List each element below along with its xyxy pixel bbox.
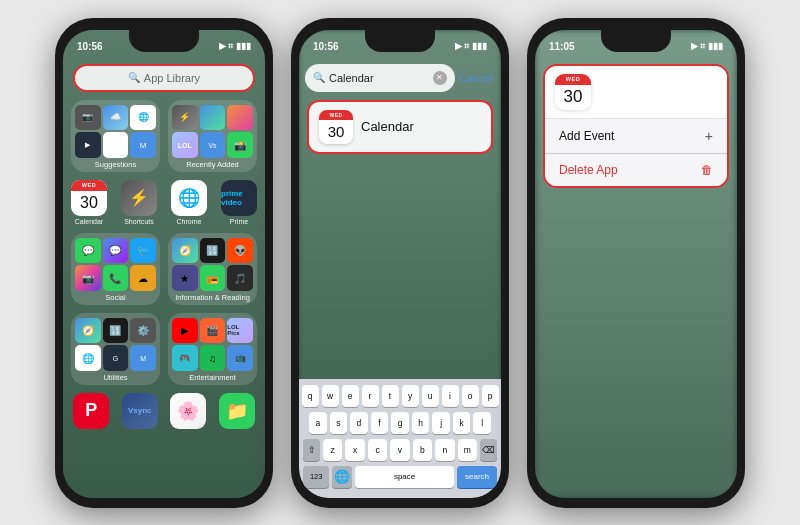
key-j[interactable]: j [432, 412, 450, 434]
key-shift[interactable]: ⇧ [303, 439, 320, 461]
phone-2: 10:56 ▶ ⌗ ▮▮▮ 🔍 Calendar ✕ Cancel WED 30 [291, 18, 509, 508]
status-time-2: 10:56 [313, 41, 339, 52]
cal-result-num: 30 [319, 120, 353, 144]
kb-row-3: ⇧ z x c v b n m ⌫ [303, 439, 497, 461]
folder-2-label: Recently Added [186, 160, 239, 169]
folder-1-label: Suggestions [95, 160, 136, 169]
folder-4-label: Information & Reading [175, 293, 250, 302]
folder-5-label: Utilities [103, 373, 127, 382]
cal-result-item[interactable]: WED 30 Calendar [307, 100, 493, 154]
key-s[interactable]: s [330, 412, 348, 434]
key-backspace[interactable]: ⌫ [480, 439, 497, 461]
key-y[interactable]: y [402, 385, 419, 407]
cal-day-1: WED [71, 180, 107, 191]
info-folder[interactable]: 🧭 🔢 👽 ★ 📻 🎵 Information & Reading [168, 233, 257, 305]
key-h[interactable]: h [412, 412, 430, 434]
recently-added-folder[interactable]: ⚡ LOL Vs 📸 Recently Added [168, 100, 257, 172]
calendar-app-icon[interactable]: WED 30 Calendar [71, 180, 107, 225]
app-row-cal: WED 30 Calendar ⚡ Shortcuts 🌐 Chrome pri… [71, 180, 257, 225]
phone-1: 10:56 ▶ ⌗ ▮▮▮ 🔍 App Library 📷 ☁️ 🌐 ▶ [55, 18, 273, 508]
social-folder[interactable]: 💬 💬 🐦 📷 📞 ☁ Social [71, 233, 160, 305]
prime-app-icon[interactable]: prime video Prime [221, 180, 257, 225]
bottom-app-row: P Vsync 🌸 📁 [71, 393, 257, 431]
kb-row-2: a s d f g h j k l [303, 412, 497, 434]
notch-3 [601, 30, 671, 52]
folder-row-2: 💬 💬 🐦 📷 📞 ☁ Social 🧭 🔢 👽 ★ [71, 233, 257, 305]
delete-app-label: Delete App [559, 163, 618, 177]
key-search[interactable]: search [457, 466, 497, 488]
context-menu: WED 30 Add Event + Delete App 🗑 [543, 64, 729, 188]
key-q[interactable]: q [302, 385, 319, 407]
add-event-item[interactable]: Add Event + [545, 119, 727, 154]
folder-6-label: Entertainment [189, 373, 236, 382]
key-f[interactable]: f [371, 412, 389, 434]
key-t[interactable]: t [382, 385, 399, 407]
status-icons-1: ▶ ⌗ ▮▮▮ [219, 41, 251, 52]
kb-bottom-row: 123 🌐 space search [303, 466, 497, 488]
context-menu-items: Add Event + Delete App 🗑 [545, 119, 727, 186]
vsync-app-icon[interactable]: Vsync [120, 393, 161, 431]
phone-1-screen: 10:56 ▶ ⌗ ▮▮▮ 🔍 App Library 📷 ☁️ 🌐 ▶ [63, 30, 265, 498]
folder-row-1: 📷 ☁️ 🌐 ▶ M Suggestions ⚡ LOL [71, 100, 257, 172]
folder-row-3: 🧭 🔢 ⚙️ 🌐 G M Utilities ▶ 🎬 LOL Pics 🎮 [71, 313, 257, 385]
utilities-folder[interactable]: 🧭 🔢 ⚙️ 🌐 G M Utilities [71, 313, 160, 385]
suggestions-folder[interactable]: 📷 ☁️ 🌐 ▶ M Suggestions [71, 100, 160, 172]
shortcuts-app-icon[interactable]: ⚡ Shortcuts [121, 180, 157, 225]
phone-2-screen: 10:56 ▶ ⌗ ▮▮▮ 🔍 Calendar ✕ Cancel WED 30 [299, 30, 501, 498]
cal-result-icon: WED 30 [319, 110, 353, 144]
key-b[interactable]: b [413, 439, 432, 461]
pinterest-app-icon[interactable]: P [71, 393, 112, 431]
status-icons-2: ▶ ⌗ ▮▮▮ [455, 41, 487, 52]
key-l[interactable]: l [473, 412, 491, 434]
search-bar-1[interactable]: 🔍 App Library [73, 64, 255, 92]
photos-app-icon[interactable]: 🌸 [168, 393, 209, 431]
chrome-app-icon[interactable]: 🌐 Chrome [171, 180, 207, 225]
cancel-button-2[interactable]: Cancel [459, 72, 495, 84]
key-a[interactable]: a [309, 412, 327, 434]
cal-result-name: Calendar [361, 119, 414, 134]
key-c[interactable]: c [368, 439, 387, 461]
entertainment-folder[interactable]: ▶ 🎬 LOL Pics 🎮 ♫ 📺 Entertainment [168, 313, 257, 385]
key-space[interactable]: space [355, 466, 454, 488]
key-z[interactable]: z [323, 439, 342, 461]
key-o[interactable]: o [462, 385, 479, 407]
context-menu-header: WED 30 [545, 66, 727, 119]
key-v[interactable]: v [390, 439, 409, 461]
ctx-cal-num: 30 [555, 85, 591, 110]
search-bar-wrapper-2[interactable]: 🔍 Calendar ✕ Cancel [305, 64, 495, 92]
app-grid-1: 📷 ☁️ 🌐 ▶ M Suggestions ⚡ LOL [71, 100, 257, 448]
extra-app-icon[interactable]: 📁 [217, 393, 258, 431]
ctx-cal-day: WED [555, 74, 591, 85]
phone-3: 11:05 ▶ ⌗ ▮▮▮ WED 30 Add Event + Delete … [527, 18, 745, 508]
key-w[interactable]: w [322, 385, 339, 407]
ctx-cal-icon: WED 30 [555, 74, 591, 110]
folder-3-label: Social [105, 293, 125, 302]
status-icons-3: ▶ ⌗ ▮▮▮ [691, 41, 723, 52]
key-numbers[interactable]: 123 [303, 466, 329, 488]
key-emoji[interactable]: 🌐 [332, 466, 352, 488]
key-r[interactable]: r [362, 385, 379, 407]
search-bar-2[interactable]: 🔍 Calendar ✕ [305, 64, 455, 92]
cal-num-1: 30 [71, 191, 107, 216]
key-d[interactable]: d [350, 412, 368, 434]
search-icon-1: 🔍 [128, 72, 140, 83]
key-e[interactable]: e [342, 385, 359, 407]
key-m[interactable]: m [458, 439, 477, 461]
notch-2 [365, 30, 435, 52]
key-n[interactable]: n [435, 439, 454, 461]
calendar-result[interactable]: WED 30 Calendar [307, 100, 493, 154]
cal-icon-1: WED 30 [71, 180, 107, 216]
add-icon: + [705, 128, 713, 144]
key-k[interactable]: k [453, 412, 471, 434]
key-x[interactable]: x [345, 439, 364, 461]
key-u[interactable]: u [422, 385, 439, 407]
key-p[interactable]: p [482, 385, 499, 407]
delete-app-item[interactable]: Delete App 🗑 [545, 154, 727, 186]
key-i[interactable]: i [442, 385, 459, 407]
trash-icon: 🗑 [701, 163, 713, 177]
cal-result-day: WED [319, 110, 353, 120]
status-time-3: 11:05 [549, 41, 575, 52]
search-bar-wrapper-1[interactable]: 🔍 App Library [73, 64, 255, 92]
key-g[interactable]: g [391, 412, 409, 434]
clear-search-icon[interactable]: ✕ [433, 71, 447, 85]
